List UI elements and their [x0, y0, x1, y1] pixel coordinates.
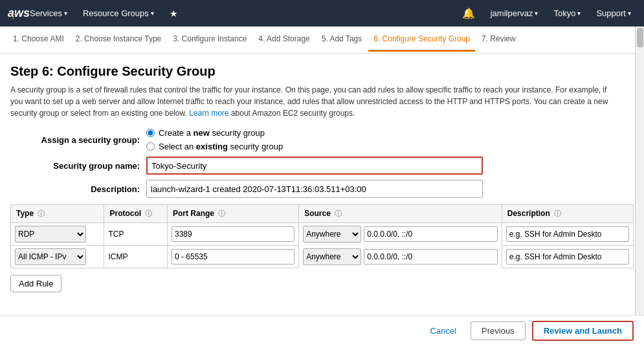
port-range-input-1[interactable]	[172, 249, 294, 265]
add-rule-button[interactable]: Add Rule	[10, 275, 61, 292]
source-ip-input-1[interactable]	[364, 249, 498, 265]
cancel-button[interactable]: Cancel	[423, 322, 464, 340]
rules-table: Type ⓘ Protocol ⓘ Port Range ⓘ Source ⓘ …	[10, 204, 634, 268]
learn-more-link[interactable]: Learn more	[189, 109, 228, 118]
type-cell: All ICMP - IPv	[11, 246, 104, 268]
source-info-icon[interactable]: ⓘ	[335, 210, 342, 217]
bell-icon[interactable]: 🔔	[457, 5, 480, 22]
table-row: All ICMP - IPv ICMP Anywhere	[11, 246, 634, 268]
type-select-1[interactable]: All ICMP - IPv	[15, 248, 86, 265]
table-row: RDP TCP Anywhere	[11, 223, 634, 246]
review-launch-button[interactable]: Review and Launch	[532, 321, 634, 341]
port-range-info-icon[interactable]: ⓘ	[218, 210, 225, 217]
vertical-scrollbar[interactable]	[635, 27, 644, 315]
port-range-cell	[167, 223, 298, 246]
col-source: Source ⓘ	[299, 205, 502, 223]
description-cell	[502, 246, 633, 268]
page-title: Step 6: Configure Security Group	[10, 64, 634, 79]
region-caret-icon: ▾	[577, 10, 581, 17]
source-cell: Anywhere	[299, 246, 502, 268]
description-row: Description:	[36, 180, 634, 198]
protocol-value-1: ICMP	[108, 252, 128, 261]
description-input[interactable]	[146, 180, 483, 198]
services-nav[interactable]: Services ▾	[25, 6, 72, 21]
col-description: Description ⓘ	[502, 205, 633, 223]
port-range-input-0[interactable]	[172, 226, 294, 242]
scroll-thumb	[637, 28, 643, 47]
description-input-1[interactable]	[506, 249, 629, 265]
aws-logo: aws ⤵	[8, 6, 14, 20]
tab-choose-instance[interactable]: 2. Choose Instance Type	[71, 28, 167, 52]
description-cell	[502, 223, 633, 246]
sg-name-input[interactable]	[146, 157, 483, 175]
previous-button[interactable]: Previous	[471, 321, 526, 340]
source-cell: Anywhere	[299, 223, 502, 245]
type-select-0[interactable]: RDP	[15, 226, 86, 243]
source-select-1[interactable]: Anywhere	[303, 248, 361, 265]
support-menu[interactable]: Support ▾	[591, 6, 636, 21]
tab-configure-instance[interactable]: 3. Configure Instance	[168, 28, 252, 52]
col-port-range: Port Range ⓘ	[167, 205, 298, 223]
assign-sg-row: Assign a security group: Create a new se…	[36, 128, 634, 151]
col-type: Type ⓘ	[11, 205, 104, 223]
radio-existing-input[interactable]	[146, 142, 155, 151]
sg-name-label: Security group name:	[36, 161, 140, 171]
sg-name-row: Security group name:	[36, 157, 634, 175]
protocol-cell: ICMP	[104, 246, 168, 268]
radio-existing-label[interactable]: Select an existing security group	[146, 142, 283, 151]
description-input-0[interactable]	[506, 226, 629, 242]
bottom-bar: Cancel Previous Review and Launch	[0, 315, 644, 346]
radio-new-input[interactable]	[146, 129, 155, 137]
tab-review[interactable]: 7. Review	[476, 28, 521, 52]
page-description: A security group is a set of firewall ru…	[10, 84, 619, 119]
support-caret-icon: ▾	[628, 10, 631, 17]
main-content: Step 6: Configure Security Group A secur…	[0, 54, 644, 315]
tab-add-storage[interactable]: 4. Add Storage	[253, 28, 315, 52]
resource-groups-caret-icon: ▾	[151, 10, 154, 17]
user-caret-icon: ▾	[535, 10, 538, 17]
services-caret-icon: ▾	[64, 10, 67, 17]
port-range-cell	[167, 246, 298, 268]
protocol-info-icon[interactable]: ⓘ	[145, 210, 152, 217]
user-menu[interactable]: jamilpervaz ▾	[485, 6, 544, 21]
assign-sg-label: Assign a security group:	[36, 135, 140, 145]
tab-add-tags[interactable]: 5. Add Tags	[316, 28, 368, 52]
favorites-icon[interactable]: ★	[164, 6, 183, 21]
top-navigation: aws ⤵ Services ▾ Resource Groups ▾ ★ 🔔 j…	[0, 0, 644, 27]
type-info-icon[interactable]: ⓘ	[38, 210, 45, 217]
radio-group: Create a new security group Select an ex…	[146, 128, 283, 151]
step-tabs: 1. Choose AMI 2. Choose Instance Type 3.…	[0, 27, 644, 54]
tab-choose-ami[interactable]: 1. Choose AMI	[8, 28, 69, 52]
tab-configure-security[interactable]: 6. Configure Security Group	[368, 28, 475, 52]
region-menu[interactable]: Tokyo ▾	[548, 6, 586, 21]
radio-new-label[interactable]: Create a new security group	[146, 128, 283, 138]
desc-info-icon[interactable]: ⓘ	[554, 210, 561, 217]
description-label: Description:	[36, 184, 140, 194]
source-select-0[interactable]: Anywhere	[303, 226, 361, 243]
col-protocol: Protocol ⓘ	[104, 205, 168, 223]
protocol-value-0: TCP	[108, 230, 124, 239]
resource-groups-nav[interactable]: Resource Groups ▾	[78, 6, 159, 21]
source-ip-input-0[interactable]	[364, 226, 498, 242]
type-cell: RDP	[11, 223, 104, 246]
protocol-cell: TCP	[104, 223, 168, 246]
